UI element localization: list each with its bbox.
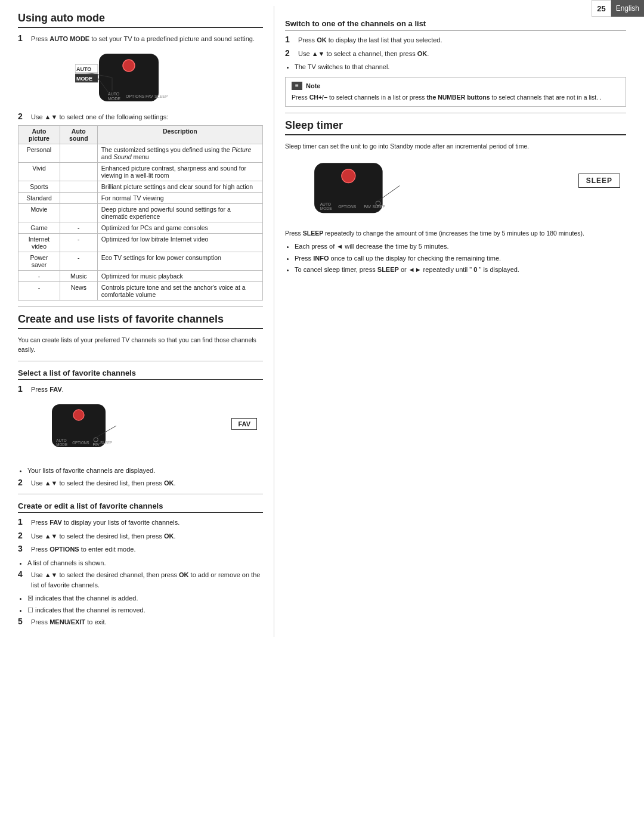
create-step2: 2 Use ▲▼ to select the desired list, the… [18, 531, 263, 541]
switch-bullets: The TV switches to that channel. [295, 62, 626, 72]
create-step-num-3: 3 [18, 544, 29, 553]
svg-text:AUTO: AUTO [320, 202, 331, 206]
select-step2-content: Use ▲▼ to select the desired list, then … [31, 478, 263, 488]
table-cell-description: Eco TV settings for low power consumptio… [97, 252, 262, 271]
svg-text:MODE: MODE [76, 76, 92, 82]
table-row: SportsBrilliant picture settings and cle… [18, 181, 263, 193]
switch-bullet-1: The TV switches to that channel. [295, 62, 626, 72]
divider-right-1 [285, 113, 626, 113]
table-row: VividEnhanced picture contrast, sharpnes… [18, 163, 263, 181]
table-cell-description: Optimized for music playback [97, 271, 262, 282]
create-step5: 5 Press MENU/EXIT to exit. [18, 617, 263, 627]
svg-text:FAV: FAV [145, 94, 153, 98]
page-number: 25 [592, 0, 611, 17]
create-bullet-a: A list of channels is shown. [27, 558, 263, 568]
page-language: English [611, 0, 644, 17]
divider-1 [18, 306, 263, 307]
table-cell-auto-picture: - [18, 271, 60, 282]
svg-text:MODE: MODE [108, 97, 120, 101]
create-step-num-4: 4 [18, 569, 29, 579]
table-cell-description: Controls picture tone and set the anchor… [97, 282, 262, 301]
svg-text:OPTIONS: OPTIONS [126, 94, 145, 98]
table-cell-description: The customized settings you defined usin… [97, 144, 262, 163]
table-cell-auto-picture: Sports [18, 181, 60, 193]
note-label: Note [306, 81, 320, 91]
sleep-timer-title: Sleep timer [285, 119, 626, 135]
step1-content: Press AUTO MODE to set your TV to a pred… [31, 34, 263, 44]
select-bullet-1: Your lists of favorite channels are disp… [27, 466, 263, 476]
table-cell-auto-sound: - [60, 234, 97, 252]
table-row: Internet video-Optimized for low bitrate… [18, 234, 263, 252]
svg-point-24 [342, 169, 355, 182]
table-header-auto-sound: Auto sound [60, 126, 97, 144]
table-cell-auto-picture: Game [18, 222, 60, 234]
auto-mode-remote-svg: AUTO MODE OPTIONS FAV SLEEP AUTO MODE [75, 48, 206, 107]
svg-text:AUTO: AUTO [76, 66, 91, 72]
select-step-num-2: 2 [18, 478, 29, 487]
sleep-bullet-1: Each press of ◄ will decrease the time b… [295, 241, 626, 252]
svg-text:FAV: FAV [92, 442, 100, 447]
table-cell-description: Optimized for low bitrate Internet video [97, 234, 262, 252]
auto-mode-table: Auto picture Auto sound Description Pers… [18, 125, 263, 301]
step-num-2a: 2 [18, 112, 29, 121]
table-header-auto-picture: Auto picture [18, 126, 60, 144]
table-row: -MusicOptimized for music playback [18, 271, 263, 282]
create-step-num-2: 2 [18, 531, 29, 540]
table-cell-auto-sound [60, 163, 97, 181]
switch-channels-subtitle: Switch to one of the channels on a list [285, 19, 626, 30]
create-step-num-5: 5 [18, 617, 29, 626]
table-row: Power saver-Eco TV settings for low powe… [18, 252, 263, 271]
fav-remote-wrap: AUTO MODE OPTIONS FAV SLEEP FAV [18, 400, 263, 460]
select-step1: 1 Press FAV. [18, 385, 263, 395]
table-row: StandardFor normal TV viewing [18, 193, 263, 204]
table-cell-description: Deep picture and powerful sound settings… [97, 204, 262, 222]
svg-text:OPTIONS: OPTIONS [338, 204, 357, 208]
create-step1: 1 Press FAV to display your lists of fav… [18, 518, 263, 528]
svg-point-15 [73, 410, 84, 420]
svg-text:SLEEP: SLEEP [372, 204, 385, 208]
table-cell-auto-sound: Music [60, 271, 97, 282]
table-cell-auto-sound [60, 181, 97, 193]
auto-mode-title: Using auto mode [18, 12, 263, 28]
table-cell-auto-sound [60, 204, 97, 222]
step-num-1: 1 [18, 33, 29, 43]
note-icon [292, 82, 302, 90]
sleep-timer-section: Sleep timer Sleep timer can set the unit… [285, 119, 626, 275]
fav-remote-svg: AUTO MODE OPTIONS FAV SLEEP [36, 400, 143, 457]
table-cell-auto-picture: Movie [18, 204, 60, 222]
create-bullets-a: A list of channels is shown. [27, 558, 263, 568]
favorite-title: Create and use lists of favorite channel… [18, 313, 263, 329]
page-badge: 25 English [592, 0, 644, 17]
auto-mode-remote-wrap: AUTO MODE OPTIONS FAV SLEEP AUTO MODE [75, 48, 206, 109]
divider-3 [18, 494, 263, 494]
switch-step2-content: Use ▲▼ to select a channel, then press O… [298, 49, 626, 59]
table-row: -NewsControls picture tone and set the a… [18, 282, 263, 301]
table-cell-auto-sound [60, 193, 97, 204]
create-bullet-b: ☒ indicates that the channel is added. [27, 593, 263, 603]
table-cell-auto-picture: Power saver [18, 252, 60, 271]
step2-content: Use ▲▼ to select one of the following se… [31, 112, 263, 122]
create-step4: 4 Use ▲▼ to select the desired channel, … [18, 570, 263, 590]
auto-mode-section: Using auto mode 1 Press AUTO MODE to set… [18, 12, 263, 301]
table-cell-auto-picture: - [18, 282, 60, 301]
select-list-section: Select a list of favorite channels 1 Pre… [18, 368, 263, 488]
create-step1-content: Press FAV to display your lists of favor… [31, 518, 263, 528]
svg-text:MODE: MODE [56, 442, 67, 447]
svg-text:OPTIONS: OPTIONS [72, 441, 89, 445]
create-step3: 3 Press OPTIONS to enter edit mode. [18, 544, 263, 555]
auto-mode-step2: 2 Use ▲▼ to select one of the following … [18, 112, 263, 122]
table-row: Game-Optimized for PCs and game consoles [18, 222, 263, 234]
table-cell-description: Brilliant picture settings and clear sou… [97, 181, 262, 193]
table-row: MovieDeep picture and powerful sound set… [18, 204, 263, 222]
sleep-bullet-2: Press INFO once to call up the display f… [295, 253, 626, 264]
switch-step1-content: Press OK to display the last list that y… [298, 35, 626, 45]
create-step4-content: Use ▲▼ to select the desired channel, th… [31, 570, 263, 590]
sleep-callout-label: SLEEP [578, 174, 620, 188]
auto-mode-step1: 1 Press AUTO MODE to set your TV to a pr… [18, 34, 263, 44]
table-cell-description: Optimized for PCs and game consoles [97, 222, 262, 234]
create-edit-section: Create or edit a list of favorite channe… [18, 501, 263, 627]
sleep-remote-wrap: AUTO MODE OPTIONS FAV SLEEP SLEEP [285, 157, 626, 222]
favorite-intro: You can create lists of your preferred T… [18, 335, 263, 355]
table-row: PersonalThe customized settings you defi… [18, 144, 263, 163]
svg-point-1 [123, 60, 135, 72]
